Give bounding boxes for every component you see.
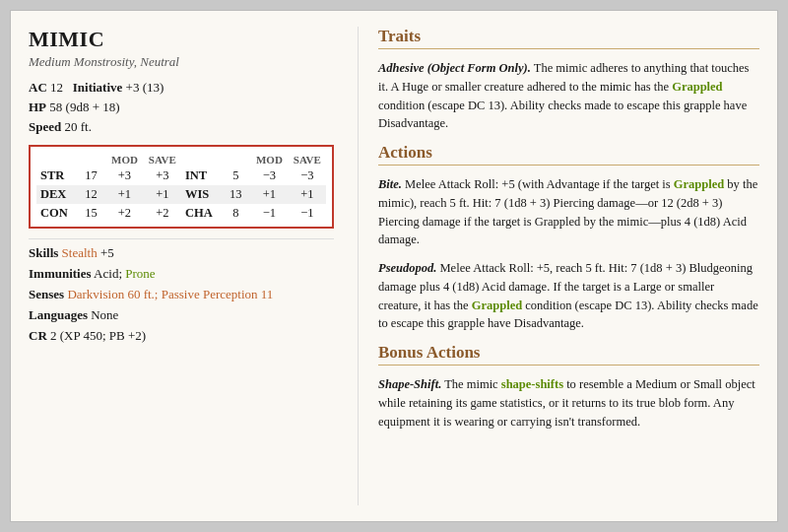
con-name: CON	[36, 204, 76, 223]
str-mod: +3	[105, 166, 143, 185]
th-str	[36, 153, 76, 166]
cr-line: CR 2 (XP 450; PB +2)	[29, 328, 334, 344]
adhesive-name: Adhesive (Object Form Only).	[378, 61, 531, 75]
wis-value: 13	[221, 185, 250, 204]
ability-table: MOD SAVE MOD SAVE STR 17 +3	[36, 153, 326, 223]
ability-row-dex: DEX 12 +1 +1 WIS 13 +1 +1	[36, 185, 326, 204]
bite-name: Bite.	[378, 177, 402, 191]
languages-label: Languages	[29, 307, 88, 322]
initiative-value: +3 (13)	[126, 80, 164, 95]
hp-value: 58 (9d8 + 18)	[49, 100, 119, 114]
pseudopod-grappled: Grappled	[472, 299, 522, 312]
senses-label: Senses	[29, 287, 64, 301]
action-pseudopod: Pseudopod. Melee Attack Roll: +5, reach …	[378, 259, 759, 333]
th-mod-left: MOD	[105, 153, 143, 166]
shape-shift-text1: The mimic	[444, 377, 501, 391]
monster-card: MIMIC Medium Monstrosity, Neutral AC 12 …	[10, 10, 778, 522]
immunities-acid: Acid	[94, 266, 118, 281]
dex-name: DEX	[36, 185, 76, 204]
th-save-left: SAVE	[144, 153, 181, 166]
pseudopod-name: Pseudopod.	[378, 261, 436, 275]
cr-value: 2 (XP 450; PB +2)	[50, 328, 146, 343]
wis-save: +1	[289, 185, 326, 204]
shape-shifts-text: shape-shifts	[501, 377, 563, 391]
ac-label: AC	[29, 80, 47, 95]
divider-1	[29, 238, 334, 239]
wis-mod: +1	[250, 185, 288, 204]
ability-table-wrapper: MOD SAVE MOD SAVE STR 17 +3	[29, 145, 334, 229]
cr-label: CR	[29, 328, 47, 343]
int-save: −3	[289, 166, 326, 185]
bonus-heading: Bonus Actions	[378, 343, 759, 366]
immunities-condition: Prone	[125, 266, 155, 281]
speed-label: Speed	[29, 119, 61, 134]
initiative-label: Initiative	[73, 80, 123, 95]
ac-line: AC 12 Initiative +3 (13)	[29, 80, 334, 96]
languages-line: Languages None	[29, 307, 334, 323]
cha-mod: −1	[250, 204, 288, 223]
bonus-shape-shift: Shape-Shift. The mimic shape-shifts to r…	[378, 375, 759, 431]
monster-name: MIMIC	[29, 27, 334, 52]
speed-value: 20 ft.	[64, 119, 91, 134]
adhesive-text2: condition (escape DC 13). Ability checks…	[378, 99, 747, 131]
con-value: 15	[76, 204, 105, 223]
immunities-label: Immunities	[29, 266, 92, 281]
speed-line: Speed 20 ft.	[29, 119, 334, 135]
hp-line: HP 58 (9d8 + 18)	[29, 100, 334, 115]
skills-bonus: +5	[100, 245, 114, 260]
senses-value: Darkvision 60 ft.; Passive Perception 11	[67, 287, 273, 301]
senses-line: Senses Darkvision 60 ft.; Passive Percep…	[29, 287, 334, 302]
str-save: +3	[144, 166, 181, 185]
shape-shift-name: Shape-Shift.	[378, 377, 441, 391]
right-column: Traits Adhesive (Object Form Only). The …	[358, 27, 759, 505]
th-int	[181, 153, 221, 166]
ac-value: 12	[50, 80, 63, 95]
ability-row-con: CON 15 +2 +2 CHA 8 −1 −1	[36, 204, 326, 223]
monster-type: Medium Monstrosity, Neutral	[29, 54, 334, 70]
int-mod: −3	[250, 166, 288, 185]
action-bite: Bite. Melee Attack Roll: +5 (with Advant…	[378, 175, 759, 249]
left-column: MIMIC Medium Monstrosity, Neutral AC 12 …	[29, 27, 334, 505]
adhesive-grappled: Grappled	[672, 80, 722, 94]
str-value: 17	[76, 166, 105, 185]
str-name: STR	[36, 166, 76, 185]
hp-label: HP	[29, 100, 46, 114]
th-str-val	[76, 153, 105, 166]
dex-save: +1	[144, 185, 181, 204]
th-save-right: SAVE	[289, 153, 326, 166]
int-value: 5	[221, 166, 250, 185]
th-int-val	[221, 153, 250, 166]
cha-name: CHA	[181, 204, 221, 223]
skills-value: Stealth	[62, 245, 98, 260]
trait-adhesive: Adhesive (Object Form Only). The mimic a…	[378, 59, 759, 133]
bite-text1: Melee Attack Roll: +5 (with Advantage if…	[405, 177, 674, 191]
skills-line: Skills Stealth +5	[29, 245, 334, 261]
wis-name: WIS	[181, 185, 221, 204]
th-mod-right: MOD	[250, 153, 288, 166]
cha-save: −1	[289, 204, 326, 223]
bite-grappled: Grappled	[674, 177, 724, 191]
dex-mod: +1	[105, 185, 143, 204]
immunities-line: Immunities Acid; Prone	[29, 266, 334, 282]
con-save: +2	[144, 204, 181, 223]
int-name: INT	[181, 166, 221, 185]
dex-value: 12	[76, 185, 105, 204]
skills-label: Skills	[29, 245, 58, 260]
traits-heading: Traits	[378, 27, 759, 49]
cha-value: 8	[221, 204, 250, 223]
con-mod: +2	[105, 204, 143, 223]
languages-value: None	[91, 307, 118, 322]
actions-heading: Actions	[378, 143, 759, 166]
ability-row-str: STR 17 +3 +3 INT 5 −3 −3	[36, 166, 326, 185]
